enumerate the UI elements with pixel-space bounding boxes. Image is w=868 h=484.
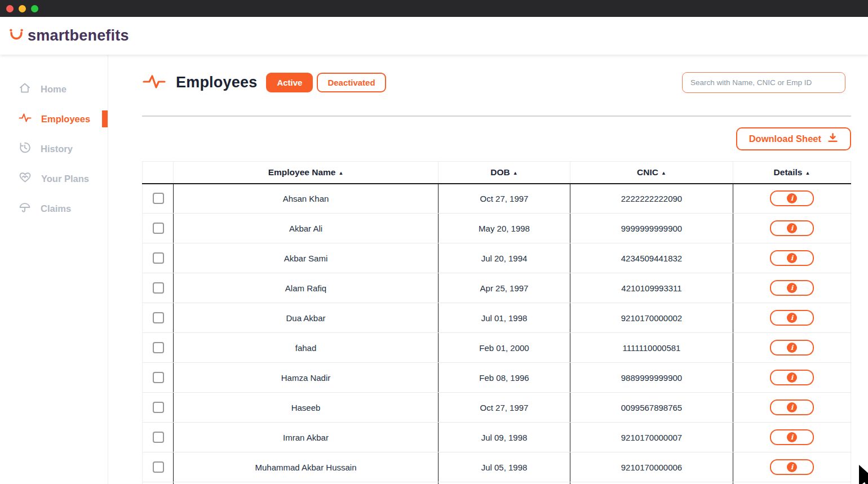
details-cell: i bbox=[733, 214, 851, 243]
sidebar-item-history[interactable]: History bbox=[0, 136, 108, 162]
column-header-employee-name[interactable]: Employee Name▲ bbox=[174, 162, 439, 184]
details-info-button[interactable]: i bbox=[770, 370, 814, 385]
row-checkbox[interactable] bbox=[153, 223, 164, 234]
row-checkbox[interactable] bbox=[153, 342, 164, 353]
sidebar-item-label: Employees bbox=[41, 114, 90, 125]
activity-icon bbox=[19, 112, 32, 126]
dob-cell: Apr 25, 1997 bbox=[439, 273, 570, 303]
sidebar-item-label: Home bbox=[41, 84, 67, 95]
details-cell: i bbox=[733, 273, 851, 303]
details-cell: i bbox=[733, 452, 851, 482]
employee-name-cell: Akbar Sami bbox=[174, 243, 439, 273]
sidebar: Home Employees History bbox=[0, 55, 108, 484]
row-checkbox[interactable] bbox=[153, 252, 164, 264]
heart-pulse-icon bbox=[19, 171, 32, 186]
row-checkbox[interactable] bbox=[153, 432, 164, 443]
details-info-button[interactable]: i bbox=[770, 220, 814, 236]
cnic-cell: 0099567898765 bbox=[570, 393, 733, 423]
row-checkbox[interactable] bbox=[153, 402, 164, 413]
row-checkbox[interactable] bbox=[153, 193, 164, 204]
table-row: Imran Akbar Jul 09, 1998 9210170000007 i bbox=[143, 423, 851, 452]
row-checkbox[interactable] bbox=[153, 312, 164, 323]
details-cell: i bbox=[733, 303, 851, 333]
table-row: Akbar Ali May 20, 1998 9999999999900 i bbox=[143, 214, 851, 243]
info-icon: i bbox=[787, 462, 797, 472]
tab-active[interactable]: Active bbox=[266, 73, 313, 92]
table-row: fahad Feb 01, 2000 1111110000581 i bbox=[143, 333, 851, 363]
row-checkbox[interactable] bbox=[153, 372, 164, 383]
row-select-cell bbox=[143, 273, 174, 303]
table-row: Dua Akbar Jul 01, 1998 9210170000002 i bbox=[143, 303, 851, 333]
sort-asc-icon: ▲ bbox=[513, 170, 518, 176]
search-input[interactable] bbox=[682, 72, 845, 93]
sort-asc-icon: ▲ bbox=[338, 170, 343, 176]
window-minimize-button[interactable] bbox=[19, 5, 26, 12]
row-select-cell bbox=[143, 303, 174, 333]
sidebar-item-your-plans[interactable]: Your Plans bbox=[0, 166, 108, 192]
tab-deactivated[interactable]: Deactivated bbox=[317, 73, 386, 92]
row-select-cell bbox=[143, 184, 174, 214]
details-cell bbox=[733, 482, 851, 484]
details-info-button[interactable]: i bbox=[770, 399, 814, 415]
page-title: Employees bbox=[176, 74, 257, 91]
details-info-button[interactable]: i bbox=[770, 250, 814, 266]
info-icon: i bbox=[787, 372, 797, 383]
info-icon: i bbox=[787, 343, 797, 353]
dob-cell: Feb 01, 2000 bbox=[439, 333, 570, 363]
details-cell: i bbox=[733, 363, 851, 393]
sidebar-item-employees[interactable]: Employees bbox=[0, 106, 108, 132]
details-cell: i bbox=[733, 184, 851, 214]
sidebar-item-claims[interactable]: Claims bbox=[0, 196, 108, 221]
details-cell: i bbox=[733, 423, 851, 452]
sidebar-item-label: History bbox=[41, 144, 73, 154]
info-icon: i bbox=[787, 223, 797, 233]
cnic-cell: 4210109993311 bbox=[570, 273, 733, 303]
select-column-header bbox=[143, 162, 174, 184]
employee-name-cell: Dua Akbar bbox=[174, 303, 439, 333]
window-zoom-button[interactable] bbox=[31, 5, 38, 12]
row-checkbox[interactable] bbox=[153, 282, 164, 294]
row-checkbox[interactable] bbox=[153, 461, 164, 473]
details-info-button[interactable]: i bbox=[770, 429, 814, 445]
row-select-cell bbox=[143, 333, 174, 363]
dob-cell: Jul 09, 1998 bbox=[439, 423, 570, 452]
table-row bbox=[143, 482, 851, 484]
history-icon bbox=[19, 141, 31, 156]
umbrella-icon bbox=[19, 201, 31, 216]
window-close-button[interactable] bbox=[6, 5, 14, 12]
employee-name-cell bbox=[174, 482, 439, 484]
details-info-button[interactable]: i bbox=[770, 310, 814, 326]
row-select-cell bbox=[143, 393, 174, 423]
row-select-cell bbox=[143, 363, 174, 393]
details-info-button[interactable]: i bbox=[770, 280, 814, 296]
cnic-cell: 9210170000002 bbox=[570, 303, 733, 333]
sort-asc-icon: ▲ bbox=[661, 170, 666, 176]
info-icon: i bbox=[787, 283, 797, 293]
section-divider bbox=[142, 116, 851, 117]
download-icon bbox=[827, 133, 838, 145]
details-info-button[interactable]: i bbox=[770, 340, 814, 356]
column-header-cnic[interactable]: CNIC▲ bbox=[570, 162, 733, 184]
home-icon bbox=[19, 82, 31, 96]
row-select-cell bbox=[143, 482, 174, 484]
table-row: Hamza Nadir Feb 08, 1996 9889999999900 i bbox=[143, 363, 851, 393]
column-header-details[interactable]: Details▲ bbox=[733, 162, 851, 184]
dob-cell: Jul 20, 1994 bbox=[439, 243, 570, 273]
column-header-dob[interactable]: DOB▲ bbox=[439, 162, 570, 184]
cnic-cell: 9210170000006 bbox=[570, 452, 733, 482]
dob-cell: Jul 01, 1998 bbox=[439, 303, 570, 333]
download-sheet-button[interactable]: Download Sheet bbox=[736, 127, 851, 150]
cnic-cell: 2222222222090 bbox=[570, 184, 733, 214]
sort-asc-icon: ▲ bbox=[805, 170, 810, 176]
employees-table: Employee Name▲ DOB▲ CNIC▲ Details▲ Ahsan bbox=[142, 161, 851, 484]
info-icon: i bbox=[787, 432, 797, 442]
cnic-cell: 4234509441832 bbox=[570, 243, 733, 273]
cnic-cell bbox=[570, 482, 733, 484]
sidebar-item-home[interactable]: Home bbox=[0, 76, 108, 102]
details-info-button[interactable]: i bbox=[770, 190, 814, 206]
table-row: Akbar Sami Jul 20, 1994 4234509441832 i bbox=[143, 243, 851, 273]
dob-cell bbox=[439, 482, 570, 484]
sidebar-item-label: Claims bbox=[41, 203, 71, 214]
details-info-button[interactable]: i bbox=[770, 459, 814, 475]
window-titlebar bbox=[0, 0, 868, 17]
